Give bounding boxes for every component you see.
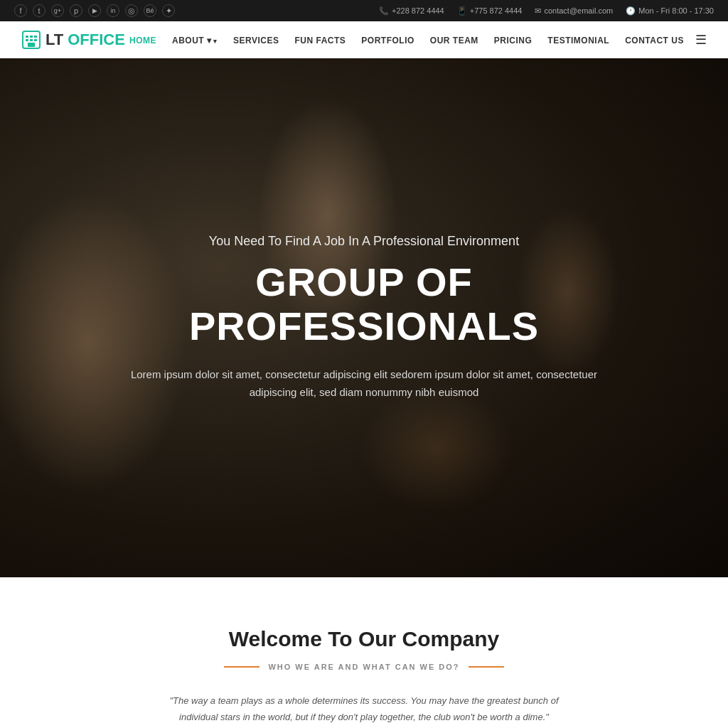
hours: 🕐 Mon - Fri 8:00 - 17:30 [626,6,714,16]
nav-portfolio[interactable]: PORTFOLIO [361,33,414,46]
pinterest-icon[interactable]: p [70,4,82,17]
svg-rect-1 [26,36,28,38]
nav-our-team[interactable]: OUR TEAM [430,33,478,46]
phone1: 📞 +228 872 4444 [379,6,444,16]
welcome-quote: "The way a team plays as a whole determi… [151,692,577,726]
welcome-subtitle: WHO WE ARE AND WHAT CAN WE DO? [268,663,459,671]
hamburger-icon[interactable]: ☰ [695,32,707,48]
hero-subtitle: You Need To Find A Job In A Professional… [94,234,634,249]
nav-contact[interactable]: CONTACT US [625,33,684,46]
svg-rect-3 [34,36,37,38]
facebook-icon[interactable]: f [14,4,27,17]
nav-testimonial[interactable]: TESTIMONIAL [547,33,609,46]
nav-home[interactable]: HOME [129,33,156,46]
svg-rect-7 [28,43,35,47]
contact-info: 📞 +228 872 4444 📱 +775 872 4444 ✉ contac… [379,6,714,16]
hero-section: You Need To Find A Job In A Professional… [0,58,728,577]
clock-icon: 🕐 [626,6,636,16]
nav-links: HOME ABOUT ▾ SERVICES FUN FACTS PORTFOLI… [129,33,684,46]
svg-rect-6 [34,39,37,41]
logo[interactable]: LT OFFICE [21,30,125,50]
phone2: 📱 +775 872 4444 [457,6,523,16]
top-bar: f t g+ p ▶ in ◎ Bé ✦ 📞 +228 872 4444 📱 +… [0,0,728,21]
google-plus-icon[interactable]: g+ [51,4,64,17]
navbar: LT OFFICE HOME ABOUT ▾ SERVICES FUN FACT… [0,21,728,58]
email-icon: ✉ [535,6,541,16]
twitter-icon[interactable]: t [33,4,46,17]
logo-office-text: OFFICE [68,31,125,49]
logo-icon [21,30,41,50]
phone1-icon: 📞 [379,6,389,16]
svg-rect-4 [26,39,28,41]
behance-icon[interactable]: Bé [144,4,156,17]
welcome-divider: WHO WE ARE AND WHAT CAN WE DO? [28,663,700,671]
linkedin-icon[interactable]: in [107,4,119,17]
divider-right [469,666,504,668]
phone2-icon: 📱 [457,6,467,16]
hero-title: GROUP OF PROFESSIONALS [94,260,634,348]
hero-content: You Need To Find A Job In A Professional… [80,234,648,401]
nav-fun-facts[interactable]: FUN FACTS [294,33,346,46]
email: ✉ contact@email.com [535,6,613,16]
hero-description: Lorem ipsum dolor sit amet, consectetur … [122,365,606,402]
svg-rect-5 [30,39,33,41]
extra-icon[interactable]: ✦ [162,4,175,17]
nav-services[interactable]: SERVICES [233,33,279,46]
svg-rect-2 [30,36,33,38]
youtube-icon[interactable]: ▶ [88,4,101,17]
nav-about[interactable]: ABOUT ▾ [172,33,218,46]
dribbble-icon[interactable]: ◎ [125,4,138,17]
divider-left [224,666,259,668]
logo-lt-text: LT [46,31,63,49]
nav-pricing[interactable]: PRICING [494,33,532,46]
welcome-title: Welcome To Our Company [28,627,700,651]
welcome-section: Welcome To Our Company WHO WE ARE AND WH… [0,577,728,728]
social-links: f t g+ p ▶ in ◎ Bé ✦ [14,4,175,17]
